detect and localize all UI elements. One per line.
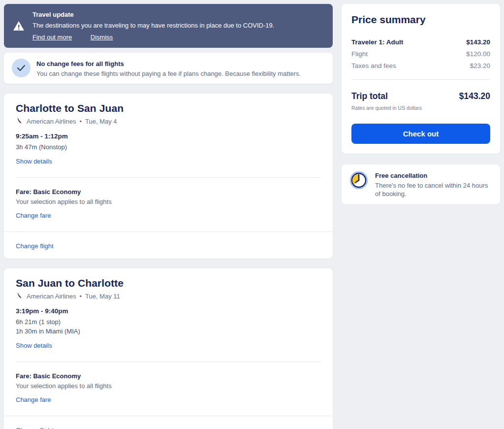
find-out-more-link[interactable]: Find out more	[32, 33, 72, 41]
airline-logo-icon	[16, 292, 23, 300]
flight-summary: San Juan to Charlotte American Airlines …	[4, 268, 333, 362]
warning-icon	[12, 11, 25, 41]
flight-layover: 1h 30m in Miami (MIA)	[16, 327, 321, 336]
price-row-traveler: Traveler 1: Adult $143.20	[351, 38, 490, 46]
trip-total-label: Trip total	[351, 91, 388, 101]
price-row-taxes: Taxes and fees $23.20	[351, 62, 490, 69]
flight-summary: Charlotte to San Juan American Airlines …	[4, 94, 333, 178]
trip-total-row: Trip total $143.20	[351, 91, 490, 101]
change-flight-section: Change flight	[4, 416, 333, 429]
change-flight-section: Change flight	[4, 232, 333, 259]
free-cancellation-card: Free cancellation There's no fee to canc…	[342, 165, 500, 204]
price-row-value: $143.20	[466, 38, 490, 46]
travel-update-banner: Travel update The destinations you are t…	[4, 4, 333, 48]
check-out-button[interactable]: Check out	[351, 124, 490, 144]
flight-date: Tue, May 11	[85, 293, 120, 300]
free-cancellation-title: Free cancellation	[375, 172, 492, 179]
main-column: Travel update The destinations you are t…	[4, 4, 333, 429]
airline-name: American Airlines	[27, 118, 76, 125]
price-row-value: $120.00	[466, 50, 490, 58]
banner-content: Travel update The destinations you are t…	[32, 11, 274, 41]
fare-note: Your selection applies to all flights	[16, 198, 321, 205]
change-fare-link[interactable]: Change fare	[16, 396, 51, 403]
bullet-separator: •	[79, 293, 82, 300]
checkout-page: Travel update The destinations you are t…	[0, 0, 504, 429]
flight-card-return: San Juan to Charlotte American Airlines …	[4, 268, 333, 429]
flight-title: San Juan to Charlotte	[16, 277, 321, 289]
price-row-flight: Flight $120.00	[351, 50, 490, 58]
bullet-separator: •	[79, 118, 82, 125]
no-change-fees-subtitle: You can change these flights without pay…	[36, 69, 301, 78]
price-summary-card: Price summary Traveler 1: Adult $143.20 …	[342, 4, 500, 154]
rates-note: Rates are quoted in US dollars	[351, 105, 490, 111]
flight-times: 3:19pm - 9:40pm	[16, 307, 321, 315]
price-row-label: Taxes and fees	[351, 62, 396, 69]
no-change-fees-title: No change fees for all flights	[36, 60, 301, 67]
fare-note: Your selection applies to all flights	[16, 382, 321, 390]
fare-title: Fare: Basic Economy	[16, 372, 321, 380]
banner-message: The destinations you are traveling to ma…	[32, 22, 274, 29]
flight-duration: 3h 47m (Nonstop)	[16, 142, 321, 152]
clock-icon	[349, 171, 368, 192]
flight-duration: 6h 21m (1 stop)	[16, 317, 321, 327]
change-flight-link[interactable]: Change flight	[16, 242, 54, 250]
dismiss-link[interactable]: Dismiss	[91, 33, 113, 41]
banner-links: Find out more Dismiss	[32, 33, 274, 41]
price-row-label: Traveler 1: Adult	[351, 38, 403, 46]
free-cancellation-text: Free cancellation There's no fee to canc…	[375, 171, 492, 198]
flight-title: Charlotte to San Juan	[16, 102, 321, 114]
flight-card-outbound: Charlotte to San Juan American Airlines …	[4, 94, 333, 259]
airline-row: American Airlines • Tue, May 4	[16, 117, 321, 126]
no-change-fees-text: No change fees for all flights You can c…	[36, 59, 301, 78]
airline-row: American Airlines • Tue, May 11	[16, 292, 321, 300]
change-fare-link[interactable]: Change fare	[16, 212, 51, 219]
no-change-fees-card: No change fees for all flights You can c…	[4, 53, 333, 84]
free-cancellation-body: There's no fee to cancel within 24 hours…	[375, 181, 492, 198]
airline-logo-icon	[16, 117, 23, 126]
price-summary-title: Price summary	[351, 14, 490, 26]
change-flight-link[interactable]: Change flight	[16, 427, 54, 429]
flight-date: Tue, May 4	[85, 118, 117, 125]
fare-section: Fare: Basic Economy Your selection appli…	[4, 178, 333, 231]
sidebar-column: Price summary Traveler 1: Adult $143.20 …	[342, 4, 500, 204]
price-row-label: Flight	[351, 50, 368, 58]
divider	[351, 79, 490, 80]
banner-title: Travel update	[32, 11, 274, 18]
checkmark-icon	[12, 59, 31, 77]
trip-total-value: $143.20	[459, 91, 490, 101]
fare-title: Fare: Basic Economy	[16, 188, 321, 196]
show-details-link[interactable]: Show details	[16, 342, 52, 349]
airline-name: American Airlines	[27, 293, 76, 300]
flight-times: 9:25am - 1:12pm	[16, 132, 321, 140]
fare-section: Fare: Basic Economy Your selection appli…	[4, 362, 333, 416]
show-details-link[interactable]: Show details	[16, 158, 52, 165]
price-row-value: $23.20	[470, 62, 490, 69]
